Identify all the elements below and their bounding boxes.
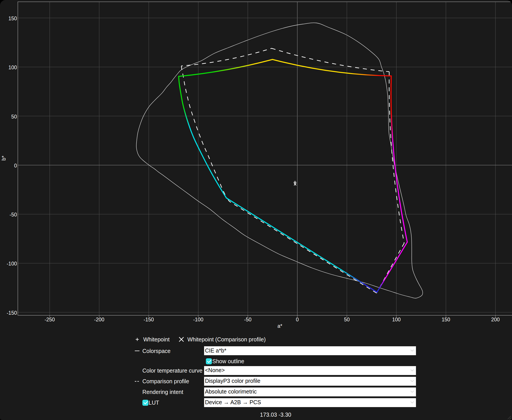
svg-text:150: 150 xyxy=(8,15,17,21)
svg-text:Device → A2B → PCS: Device → A2B → PCS xyxy=(205,399,261,405)
svg-text:-150: -150 xyxy=(7,310,17,316)
svg-text:-100: -100 xyxy=(7,261,17,267)
svg-text:DisplayP3 color profile: DisplayP3 color profile xyxy=(205,378,260,384)
svg-text:Comparison profile: Comparison profile xyxy=(142,378,189,384)
svg-text:Absolute colorimetric: Absolute colorimetric xyxy=(205,388,257,395)
svg-text:-50: -50 xyxy=(244,317,252,322)
svg-text:Show outline: Show outline xyxy=(212,358,244,364)
svg-text:-100: -100 xyxy=(193,317,203,322)
svg-text:50: 50 xyxy=(344,317,350,322)
svg-text:-200: -200 xyxy=(94,317,104,322)
svg-text:Rendering intent: Rendering intent xyxy=(142,389,183,395)
svg-text:Colorspace: Colorspace xyxy=(142,348,170,354)
svg-text:b*: b* xyxy=(1,156,7,161)
svg-text:Whitepoint (Comparison profile: Whitepoint (Comparison profile) xyxy=(187,336,266,343)
svg-text:LUT: LUT xyxy=(149,399,159,406)
svg-text:<None>: <None> xyxy=(205,367,225,373)
svg-text:-150: -150 xyxy=(144,317,154,322)
svg-text:200: 200 xyxy=(491,317,500,322)
svg-text:CIE a*b*: CIE a*b* xyxy=(205,347,226,354)
svg-text:Color temperature curve: Color temperature curve xyxy=(142,368,203,374)
svg-text:-50: -50 xyxy=(10,212,17,218)
svg-text:100: 100 xyxy=(392,317,401,322)
svg-text:100: 100 xyxy=(8,65,17,70)
svg-text:0: 0 xyxy=(14,163,17,169)
svg-text:-250: -250 xyxy=(45,317,55,322)
svg-text:50: 50 xyxy=(11,114,17,120)
svg-text:0: 0 xyxy=(296,317,299,322)
svg-text:a*: a* xyxy=(277,323,282,329)
svg-text:173.03 -3.30: 173.03 -3.30 xyxy=(260,412,291,418)
svg-text:150: 150 xyxy=(442,317,450,322)
svg-text:Whitepoint: Whitepoint xyxy=(143,336,169,343)
